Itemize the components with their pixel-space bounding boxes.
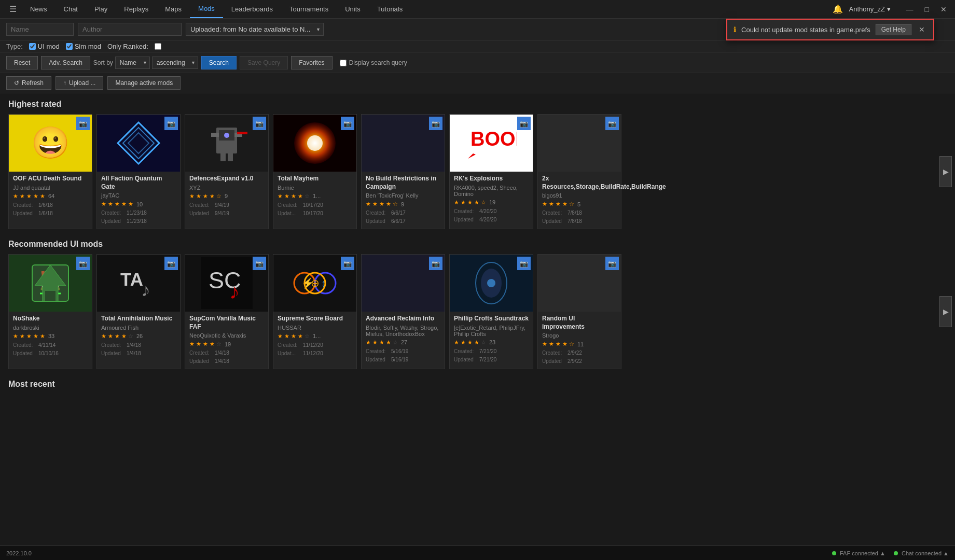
camera-button-ari[interactable]: 📷 <box>429 257 442 270</box>
camera-button-tam[interactable]: 📷 <box>164 257 178 270</box>
toolbar: ↺ Refresh ↑ Upload ... Manage active mod… <box>0 73 955 93</box>
mod-card-de[interactable]: 📷 DefencesExpand v1.0 XYZ ★★★★☆ 9 Create… <box>185 114 269 229</box>
mod-card-2x[interactable]: 📷 2x Resources,Storage,BuildRate,BuildRa… <box>537 114 621 229</box>
ta-svg: TA ♪ <box>113 257 164 309</box>
nav-items: News Chat Play Replays Maps Mods Leaderb… <box>22 0 411 18</box>
camera-button-noshake[interactable]: 📷 <box>76 257 90 270</box>
sort-order-select[interactable]: ascending <box>152 57 198 69</box>
display-search-label[interactable]: Display search query <box>340 59 407 66</box>
nav-tournaments[interactable]: Tournaments <box>281 0 337 18</box>
window-controls: — □ ✕ <box>902 4 951 15</box>
save-query-button[interactable]: Save Query <box>240 56 288 69</box>
hamburger-icon[interactable]: ☰ <box>4 4 22 14</box>
ui-mod-checkbox-label[interactable]: UI mod <box>29 43 60 50</box>
camera-button-ssb[interactable]: 📷 <box>341 257 354 270</box>
name-input[interactable] <box>6 23 74 36</box>
svg-point-10 <box>224 133 229 138</box>
ssb-svg: ⚡ ↕ ⊕ <box>289 257 341 309</box>
nav-units[interactable]: Units <box>337 0 369 18</box>
author-input[interactable] <box>78 23 182 36</box>
mod-card-ari[interactable]: 📷 Advanced Reclaim Info Blodir, Softly, … <box>361 254 445 369</box>
only-ranked-checkbox[interactable] <box>155 43 161 50</box>
camera-button-afqg[interactable]: 📷 <box>164 117 178 130</box>
close-button[interactable]: ✕ <box>936 4 951 15</box>
sort-name-select[interactable]: Name <box>115 57 150 69</box>
mod-info-pcs: Phillip Crofts Soundtrack [e]Exotic_Reta… <box>450 312 533 367</box>
svg-rect-9 <box>237 132 247 134</box>
nav-chat[interactable]: Chat <box>56 0 86 18</box>
camera-button-oof[interactable]: 📷 <box>76 117 90 130</box>
nav-tutorials[interactable]: Tutorials <box>369 0 411 18</box>
mod-card-afqg[interactable]: 📷 All Faction Quantum Gate jayTAC ★★★★★ … <box>96 114 181 229</box>
mod-card-pcs[interactable]: 📷 Phillip Crofts Soundtrack [e]Exotic_Re… <box>449 254 533 369</box>
display-search-checkbox[interactable] <box>340 60 347 66</box>
bell-icon[interactable]: 🔔 <box>833 4 843 14</box>
mod-card-oof[interactable]: 😀 📷 OOF ACU Death Sound JJ and quaatal ★… <box>8 114 92 229</box>
mod-name-2x: 2x Resources,Storage,BuildRate,BuildRang… <box>542 175 617 191</box>
version-label: 2022.10.0 <box>6 550 32 556</box>
mod-stars-rke: ★★★★☆ 19 <box>454 199 529 206</box>
camera-button-de[interactable]: 📷 <box>253 117 266 130</box>
nav-replays[interactable]: Replays <box>116 0 157 18</box>
mod-info-nbr: No Build Restrictions in Campaign Ben 'T… <box>362 172 445 229</box>
mod-dates-afqg: Created:11/23/18 Updated11/23/18 <box>101 209 176 226</box>
get-help-button[interactable]: Get Help <box>876 24 911 35</box>
svg-marker-0 <box>118 122 159 164</box>
mod-card-tam[interactable]: TA ♪ 📷 Total Annihilation Music Armoured… <box>96 254 181 369</box>
user-menu[interactable]: Anthony_zZ ▾ <box>849 5 891 13</box>
mod-dates-2x: Created:7/8/18 Updated7/8/18 <box>542 209 617 226</box>
sim-mod-checkbox[interactable] <box>66 43 73 50</box>
mod-stars-afqg: ★★★★★ 10 <box>101 201 176 207</box>
mod-card-nbr[interactable]: 📷 No Build Restrictions in Campaign Ben … <box>361 114 445 229</box>
mod-name-tm: Total Mayhem <box>278 175 352 183</box>
camera-button-pcs[interactable]: 📷 <box>517 257 531 270</box>
camera-button-nbr[interactable]: 📷 <box>429 117 442 130</box>
mod-name-tam: Total Annihilation Music <box>101 315 176 323</box>
nav-news[interactable]: News <box>22 0 56 18</box>
nav-leaderboards[interactable]: Leaderboards <box>223 0 281 18</box>
reset-button[interactable]: Reset <box>6 56 38 69</box>
mod-name-nbr: No Build Restrictions in Campaign <box>366 175 440 191</box>
nav-play[interactable]: Play <box>86 0 116 18</box>
mod-author-pcs: [e]Exotic_Retard, PhilipJFry, Phillip Cr… <box>454 325 529 337</box>
mod-author-tam: Armoured Fish <box>101 325 176 331</box>
highest-rated-next-arrow[interactable]: ▶ <box>939 156 952 187</box>
search-button[interactable]: Search <box>201 56 237 69</box>
mod-author-ari: Blodir, Softly, Washy, Strogo, Mielus, U… <box>366 325 440 337</box>
mod-card-scvm[interactable]: SC ♪ 📷 SupCom Vanilla Music FAF NeoQuixo… <box>185 254 269 369</box>
favorites-button[interactable]: Favorites <box>291 56 332 69</box>
svg-rect-21 <box>45 291 56 301</box>
sim-mod-checkbox-label[interactable]: Sim mod <box>66 43 101 50</box>
mod-author-noshake: darkbroski <box>13 325 88 331</box>
mod-card-rui[interactable]: 📷 Random UI improvements Strogo ★★★★☆ 11… <box>537 254 621 369</box>
mod-thumb-2x: 📷 <box>538 115 621 172</box>
mod-info-2x: 2x Resources,Storage,BuildRate,BuildRang… <box>538 172 621 229</box>
mod-card-rke[interactable]: BOOM 📷 RK's Explosions RK4000, speed2, S… <box>449 114 533 229</box>
chat-connected-dot <box>894 551 898 555</box>
mod-card-tm[interactable]: 📷 Total Mayhem Burnie ★★★★☆ 1... Created… <box>273 114 357 229</box>
ui-mod-checkbox[interactable] <box>29 43 36 50</box>
refresh-button[interactable]: ↺ Refresh <box>6 76 51 90</box>
upload-button[interactable]: ↑ Upload ... <box>56 76 103 90</box>
manage-mods-button[interactable]: Manage active mods <box>107 76 181 90</box>
camera-button-tm[interactable]: 📷 <box>341 117 354 130</box>
sort-name-wrapper: Name <box>115 57 150 69</box>
mod-card-noshake[interactable]: 🏠 📷 NoShake darkbroski ★★★★★ 33 <box>8 254 92 369</box>
nav-mods[interactable]: Mods <box>190 0 223 18</box>
mod-stars-pcs: ★★★★☆ 23 <box>454 339 529 346</box>
minimize-button[interactable]: — <box>902 4 918 15</box>
recommended-ui-next-arrow[interactable]: ▶ <box>939 296 952 327</box>
uploaded-dropdown[interactable]: Uploaded: from No date available to N... <box>186 23 324 36</box>
camera-button-rke[interactable]: 📷 <box>517 117 531 130</box>
mod-card-ssb[interactable]: ⚡ ↕ ⊕ 📷 Supreme Score Board HUSSAR ★★★★☆… <box>273 254 357 369</box>
notification-close-button[interactable]: ✕ <box>917 24 927 35</box>
camera-button-rui[interactable]: 📷 <box>605 257 619 270</box>
nav-maps[interactable]: Maps <box>157 0 190 18</box>
adv-search-button[interactable]: Adv. Search <box>41 56 90 69</box>
camera-button-2x[interactable]: 📷 <box>605 117 619 130</box>
svg-rect-7 <box>220 151 226 161</box>
pcs-svg <box>465 257 517 309</box>
main-content: Highest rated 😀 📷 OOF ACU Death Sound JJ… <box>0 93 955 560</box>
maximize-button[interactable]: □ <box>921 4 933 15</box>
camera-button-scvm[interactable]: 📷 <box>253 257 266 270</box>
